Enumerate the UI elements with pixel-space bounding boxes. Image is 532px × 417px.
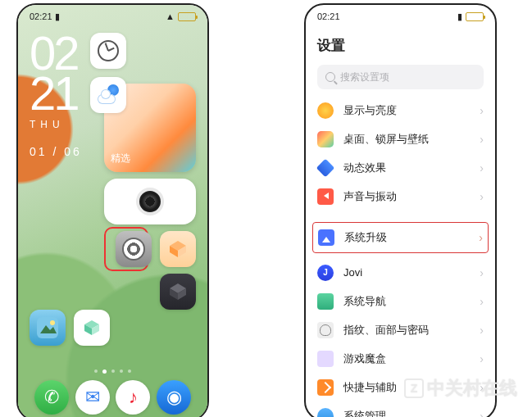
settings-item-nav[interactable]: 系统导航 › (317, 287, 484, 315)
settings-item-biometrics[interactable]: 指纹、面部与密码 › (317, 315, 484, 344)
game-icon (317, 351, 334, 367)
chevron-right-icon: › (480, 190, 484, 203)
chevron-right-icon: › (480, 266, 484, 279)
settings-item-display[interactable]: 显示与亮度 › (317, 96, 484, 125)
settings-item-sound[interactable]: 声音与振动 › (317, 182, 484, 211)
dark-cube-app-icon[interactable] (160, 274, 196, 310)
fingerprint-icon (317, 322, 334, 338)
weather-icon (98, 84, 119, 106)
signal-icon: ▮ (55, 11, 60, 22)
analog-clock-icon (98, 40, 119, 61)
phone-settings: 02:21 ▮ 设置 搜索设置项 显示与亮度 › 桌面、锁屏与壁纸 › (304, 3, 497, 417)
upgrade-icon (318, 229, 334, 246)
settings-item-wallpaper[interactable]: 桌面、锁屏与壁纸 › (317, 125, 484, 153)
battery-icon (466, 12, 484, 21)
weather-app-icon[interactable] (90, 77, 126, 113)
messages-app-icon[interactable]: ✉ (75, 380, 110, 415)
status-time: 02:21 (317, 11, 340, 21)
settings-item-jovi[interactable]: J Jovi › (317, 258, 484, 287)
phone-home: 02:21 ▮ ▲ 02 21 THU 01 / 06 (16, 3, 209, 417)
camera-widget[interactable] (104, 179, 196, 224)
settings-item-game[interactable]: 游戏魔盒 › (317, 344, 484, 373)
clock-weekday: THU (30, 119, 82, 130)
settings-item-upgrade[interactable]: 系统升级 › (312, 222, 489, 253)
svg-point-8 (50, 320, 55, 325)
chevron-right-icon: › (480, 410, 484, 418)
shortcut-icon (317, 379, 334, 396)
landscape-icon (37, 317, 58, 338)
battery-icon (178, 12, 196, 21)
wifi-icon: ▲ (166, 11, 175, 21)
nav-icon (317, 293, 334, 310)
watermark-logo-icon: Z (404, 378, 424, 398)
settings-list: 显示与亮度 › 桌面、锁屏与壁纸 › 动态效果 › 声音与振动 › 系统升级 (317, 96, 484, 417)
system-icon (317, 408, 334, 418)
green-cube-icon (82, 318, 102, 338)
cube-icon (168, 239, 188, 259)
chevron-right-icon: › (479, 231, 483, 244)
phone-app-icon[interactable]: ✆ (34, 380, 69, 415)
settings-item-system[interactable]: 系统管理 › (317, 401, 484, 417)
dark-cube-icon (168, 282, 188, 301)
chevron-right-icon: › (480, 104, 484, 117)
clock-minutes: 21 (30, 73, 82, 113)
display-icon (317, 102, 334, 119)
status-bar: 02:21 ▮ (306, 5, 495, 28)
chevron-right-icon: › (480, 324, 484, 337)
jovi-icon: J (317, 265, 334, 281)
search-input[interactable]: 搜索设置项 (317, 65, 484, 89)
search-placeholder: 搜索设置项 (340, 70, 389, 84)
clock-app-icon[interactable] (90, 33, 126, 69)
chevron-right-icon: › (480, 133, 484, 146)
status-bar: 02:21 ▮ ▲ (18, 5, 207, 28)
chevron-right-icon: › (480, 352, 484, 365)
status-time: 02:21 (30, 11, 52, 21)
browser-app-icon[interactable]: ◉ (157, 380, 191, 415)
sound-icon (317, 188, 334, 205)
page-indicator (18, 369, 207, 374)
gear-icon (124, 239, 143, 259)
chevron-right-icon: › (480, 161, 484, 175)
dock: ✆ ✉ ♪ ◉ (18, 380, 207, 415)
wallpaper-icon (317, 131, 334, 147)
camera-lens-icon (136, 188, 164, 215)
clock-date: 01 / 06 (30, 145, 82, 158)
music-app-icon[interactable]: ♪ (116, 380, 150, 415)
search-icon (325, 72, 335, 82)
page-title: 设置 (317, 36, 484, 55)
chevron-right-icon: › (480, 295, 484, 308)
green-cube-app-icon[interactable] (74, 310, 110, 346)
settings-app-icon[interactable] (116, 231, 152, 267)
dynamic-icon (317, 160, 334, 176)
watermark-text: 中关村在线 (427, 376, 517, 401)
settings-item-dynamic[interactable]: 动态效果 › (317, 153, 484, 182)
gallery-app-icon[interactable] (30, 310, 66, 346)
watermark: Z 中关村在线 (404, 376, 517, 401)
clock-widget[interactable]: 02 21 THU 01 / 06 (30, 33, 82, 158)
signal-icon: ▮ (457, 11, 462, 22)
theme-app-icon[interactable] (160, 231, 196, 267)
